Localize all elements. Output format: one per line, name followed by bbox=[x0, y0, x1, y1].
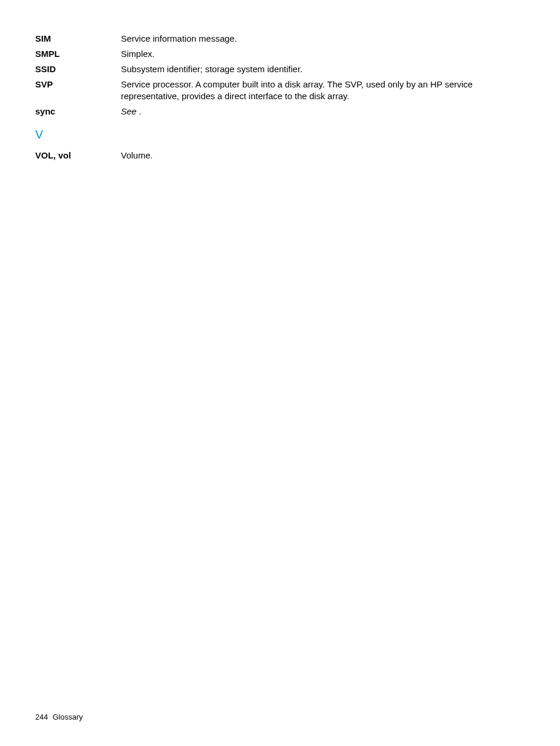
glossary-entry: VOL, vol Volume. bbox=[35, 150, 525, 161]
page-footer: 244Glossary bbox=[35, 713, 83, 721]
glossary-entry: SMPL Simplex. bbox=[35, 48, 525, 60]
glossary-entry: SIM Service information message. bbox=[35, 33, 525, 45]
see-reference: See bbox=[121, 106, 137, 116]
glossary-entry: sync See . bbox=[35, 106, 525, 117]
glossary-definition: Subsystem identifier; storage system ide… bbox=[121, 63, 525, 75]
glossary-term: VOL, vol bbox=[35, 150, 121, 161]
glossary-definition: See . bbox=[121, 106, 525, 117]
glossary-term: SIM bbox=[35, 33, 121, 45]
see-target: . bbox=[137, 106, 141, 116]
footer-section: Glossary bbox=[53, 713, 83, 721]
glossary-definition: Service processor. A computer built into… bbox=[121, 79, 525, 102]
glossary-definition: Service information message. bbox=[121, 33, 525, 45]
glossary-term: SVP bbox=[35, 79, 121, 90]
glossary-term: sync bbox=[35, 106, 121, 117]
glossary-entry: SVP Service processor. A computer built … bbox=[35, 79, 525, 102]
glossary-entry: SSID Subsystem identifier; storage syste… bbox=[35, 63, 525, 75]
page-content: SIM Service information message. SMPL Si… bbox=[0, 0, 560, 161]
glossary-term: SMPL bbox=[35, 48, 121, 60]
glossary-definition: Simplex. bbox=[121, 48, 525, 60]
page-number: 244 bbox=[35, 713, 48, 721]
section-letter-v: V bbox=[35, 128, 525, 141]
glossary-term: SSID bbox=[35, 63, 121, 75]
glossary-definition: Volume. bbox=[121, 150, 525, 161]
